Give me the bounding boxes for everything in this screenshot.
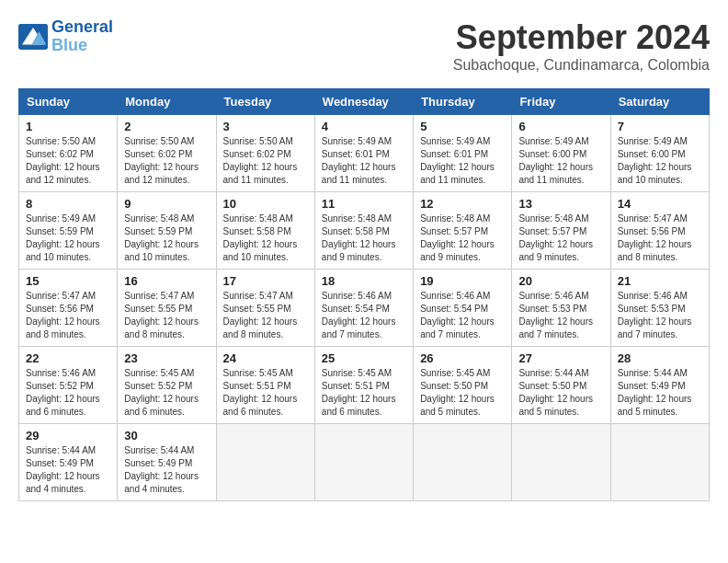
day-info: Sunrise: 5:45 AMSunset: 5:51 PMDaylight:… [322, 367, 406, 419]
header-thursday: Thursday [414, 89, 512, 115]
calendar-row: 1Sunrise: 5:50 AMSunset: 6:02 PMDaylight… [19, 115, 710, 192]
location-subtitle: Subachoque, Cundinamarca, Colombia [453, 57, 710, 74]
day-info: Sunrise: 5:48 AMSunset: 5:59 PMDaylight:… [124, 213, 209, 264]
calendar-cell [216, 424, 314, 501]
day-info: Sunrise: 5:49 AMSunset: 5:59 PMDaylight:… [26, 213, 110, 264]
header-wednesday: Wednesday [314, 89, 413, 115]
day-info: Sunrise: 5:45 AMSunset: 5:52 PMDaylight:… [124, 367, 209, 419]
day-info: Sunrise: 5:44 AMSunset: 5:49 PMDaylight:… [618, 367, 702, 419]
day-number: 22 [26, 351, 110, 365]
day-number: 28 [618, 351, 702, 365]
calendar-cell: 12Sunrise: 5:48 AMSunset: 5:57 PMDayligh… [414, 192, 512, 270]
calendar-cell: 20Sunrise: 5:46 AMSunset: 5:53 PMDayligh… [512, 270, 610, 347]
day-number: 3 [223, 120, 308, 133]
day-number: 15 [26, 274, 110, 288]
day-number: 27 [518, 351, 603, 365]
day-number: 17 [223, 274, 308, 288]
day-number: 2 [124, 120, 209, 133]
day-number: 23 [124, 351, 209, 365]
page-header: General Blue September 2024 Subachoque, … [18, 18, 710, 74]
day-info: Sunrise: 5:44 AMSunset: 5:49 PMDaylight:… [26, 444, 110, 496]
calendar-cell: 10Sunrise: 5:48 AMSunset: 5:58 PMDayligh… [216, 192, 314, 270]
day-info: Sunrise: 5:47 AMSunset: 5:56 PMDaylight:… [618, 213, 702, 264]
title-section: September 2024 Subachoque, Cundinamarca,… [453, 18, 710, 74]
logo-text: General Blue [51, 18, 113, 55]
header-sunday: Sunday [19, 89, 118, 115]
calendar-cell: 21Sunrise: 5:46 AMSunset: 5:53 PMDayligh… [610, 270, 709, 347]
calendar-cell: 7Sunrise: 5:49 AMSunset: 6:00 PMDaylight… [610, 115, 709, 192]
day-number: 14 [618, 197, 702, 211]
day-info: Sunrise: 5:48 AMSunset: 5:57 PMDaylight:… [420, 213, 505, 264]
calendar-row: 29Sunrise: 5:44 AMSunset: 5:49 PMDayligh… [19, 424, 710, 501]
calendar-row: 15Sunrise: 5:47 AMSunset: 5:56 PMDayligh… [19, 270, 710, 347]
day-info: Sunrise: 5:48 AMSunset: 5:57 PMDaylight:… [518, 213, 603, 264]
calendar-cell: 11Sunrise: 5:48 AMSunset: 5:58 PMDayligh… [314, 192, 413, 270]
calendar-cell: 19Sunrise: 5:46 AMSunset: 5:54 PMDayligh… [414, 270, 512, 347]
day-info: Sunrise: 5:47 AMSunset: 5:55 PMDaylight:… [223, 290, 308, 341]
day-info: Sunrise: 5:44 AMSunset: 5:49 PMDaylight:… [124, 444, 209, 496]
calendar-cell: 9Sunrise: 5:48 AMSunset: 5:59 PMDaylight… [118, 192, 216, 270]
calendar-cell: 23Sunrise: 5:45 AMSunset: 5:52 PMDayligh… [118, 347, 216, 424]
calendar-cell: 16Sunrise: 5:47 AMSunset: 5:55 PMDayligh… [118, 270, 216, 347]
logo-icon [18, 24, 48, 50]
day-number: 29 [26, 429, 110, 442]
day-number: 12 [420, 197, 505, 211]
calendar-cell: 24Sunrise: 5:45 AMSunset: 5:51 PMDayligh… [216, 347, 314, 424]
calendar-cell [610, 424, 709, 501]
day-info: Sunrise: 5:50 AMSunset: 6:02 PMDaylight:… [223, 135, 308, 187]
day-info: Sunrise: 5:49 AMSunset: 6:00 PMDaylight:… [618, 135, 702, 187]
day-info: Sunrise: 5:50 AMSunset: 6:02 PMDaylight:… [124, 135, 209, 187]
calendar-row: 22Sunrise: 5:46 AMSunset: 5:52 PMDayligh… [19, 347, 710, 424]
calendar-cell: 15Sunrise: 5:47 AMSunset: 5:56 PMDayligh… [19, 270, 118, 347]
day-number: 30 [124, 429, 209, 442]
day-number: 10 [223, 197, 308, 211]
day-info: Sunrise: 5:46 AMSunset: 5:53 PMDaylight:… [618, 290, 702, 341]
header-tuesday: Tuesday [216, 89, 314, 115]
day-info: Sunrise: 5:46 AMSunset: 5:52 PMDaylight:… [26, 367, 110, 419]
day-info: Sunrise: 5:46 AMSunset: 5:53 PMDaylight:… [518, 290, 603, 341]
month-title: September 2024 [453, 18, 710, 57]
calendar-cell: 28Sunrise: 5:44 AMSunset: 5:49 PMDayligh… [610, 347, 709, 424]
day-number: 6 [518, 120, 603, 133]
calendar-cell: 6Sunrise: 5:49 AMSunset: 6:00 PMDaylight… [512, 115, 610, 192]
day-info: Sunrise: 5:47 AMSunset: 5:56 PMDaylight:… [26, 290, 110, 341]
logo: General Blue [18, 18, 113, 55]
header-friday: Friday [512, 89, 610, 115]
day-info: Sunrise: 5:49 AMSunset: 6:01 PMDaylight:… [420, 135, 505, 187]
calendar-header-row: Sunday Monday Tuesday Wednesday Thursday… [19, 89, 710, 115]
calendar-cell: 26Sunrise: 5:45 AMSunset: 5:50 PMDayligh… [414, 347, 512, 424]
day-number: 7 [618, 120, 702, 133]
calendar-cell: 17Sunrise: 5:47 AMSunset: 5:55 PMDayligh… [216, 270, 314, 347]
day-number: 19 [420, 274, 505, 288]
header-monday: Monday [118, 89, 216, 115]
calendar-cell: 25Sunrise: 5:45 AMSunset: 5:51 PMDayligh… [314, 347, 413, 424]
calendar-cell [414, 424, 512, 501]
day-number: 11 [322, 197, 406, 211]
day-number: 26 [420, 351, 505, 365]
day-number: 21 [618, 274, 702, 288]
calendar-cell: 4Sunrise: 5:49 AMSunset: 6:01 PMDaylight… [314, 115, 413, 192]
calendar-cell: 1Sunrise: 5:50 AMSunset: 6:02 PMDaylight… [19, 115, 118, 192]
day-info: Sunrise: 5:44 AMSunset: 5:50 PMDaylight:… [518, 367, 603, 419]
day-number: 8 [26, 197, 110, 211]
calendar-cell: 5Sunrise: 5:49 AMSunset: 6:01 PMDaylight… [414, 115, 512, 192]
day-number: 4 [322, 120, 406, 133]
day-info: Sunrise: 5:46 AMSunset: 5:54 PMDaylight:… [322, 290, 406, 341]
calendar-cell: 13Sunrise: 5:48 AMSunset: 5:57 PMDayligh… [512, 192, 610, 270]
calendar-row: 8Sunrise: 5:49 AMSunset: 5:59 PMDaylight… [19, 192, 710, 270]
day-number: 16 [124, 274, 209, 288]
calendar-cell: 8Sunrise: 5:49 AMSunset: 5:59 PMDaylight… [19, 192, 118, 270]
day-info: Sunrise: 5:48 AMSunset: 5:58 PMDaylight:… [223, 213, 308, 264]
calendar-cell [512, 424, 610, 501]
day-info: Sunrise: 5:46 AMSunset: 5:54 PMDaylight:… [420, 290, 505, 341]
day-number: 18 [322, 274, 406, 288]
day-number: 25 [322, 351, 406, 365]
day-number: 20 [518, 274, 603, 288]
calendar-cell: 3Sunrise: 5:50 AMSunset: 6:02 PMDaylight… [216, 115, 314, 192]
day-number: 24 [223, 351, 308, 365]
calendar-cell: 30Sunrise: 5:44 AMSunset: 5:49 PMDayligh… [118, 424, 216, 501]
day-number: 1 [26, 120, 110, 133]
calendar-cell: 14Sunrise: 5:47 AMSunset: 5:56 PMDayligh… [610, 192, 709, 270]
day-number: 13 [518, 197, 603, 211]
calendar-cell: 18Sunrise: 5:46 AMSunset: 5:54 PMDayligh… [314, 270, 413, 347]
